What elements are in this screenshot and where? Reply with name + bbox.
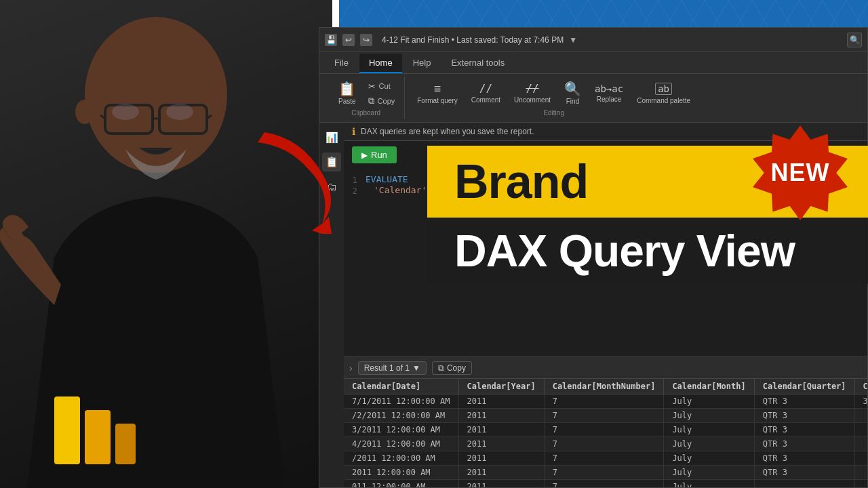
col-header-quarter: Calendar[Quarter] — [754, 379, 854, 394]
table-cell-6-2: 7 — [544, 480, 664, 488]
title-dropdown[interactable]: ▼ — [569, 35, 577, 45]
replace-label: Replace — [597, 96, 622, 103]
copy-results-icon: ⧉ — [438, 363, 444, 373]
tab-help[interactable]: Help — [403, 54, 441, 73]
table-cell-6-3: July — [664, 480, 754, 488]
table-row: 4/2011 12:00:00 AM20117JulyQTR 3 — [344, 437, 867, 451]
table-cell-2-1: 2011 — [458, 423, 544, 437]
uncomment-button[interactable]: // Uncomment — [509, 81, 556, 106]
result-selector[interactable]: Result 1 of 1 ▼ — [358, 361, 427, 375]
result-selector-label: Result 1 of 1 — [364, 363, 410, 373]
run-label: Run — [371, 150, 387, 160]
copy-icon: ⧉ — [368, 96, 374, 106]
table-cell-0-4: QTR 3 — [754, 394, 854, 409]
table-header-row: Calendar[Date] Calendar[Year] Calendar[M… — [344, 379, 867, 394]
command-palette-button[interactable]: ab Command palette — [631, 80, 696, 107]
format-query-button[interactable]: ≡ Format query — [412, 80, 462, 107]
table-cell-2-2: 7 — [544, 423, 664, 437]
format-query-icon: ≡ — [434, 83, 441, 95]
editing-label: Editing — [543, 109, 564, 117]
table-cell-3-2: 7 — [544, 437, 664, 451]
col-header-extra: Cale — [854, 379, 867, 394]
find-button[interactable]: 🔍 Find — [559, 79, 587, 108]
replace-button[interactable]: ab→ac Replace — [589, 81, 629, 106]
undo-icon[interactable]: ↩ — [342, 34, 355, 46]
clipboard-group: 📋 Paste ✂ Cut ⧉ Copy Clipboard — [328, 77, 405, 119]
dax-banner: DAX Query View — [427, 218, 868, 284]
results-copy-button[interactable]: ⧉ Copy — [432, 361, 472, 375]
table-cell-6-4 — [754, 480, 854, 488]
cut-label: Cut — [379, 82, 391, 90]
table-cell-4-2: 7 — [544, 451, 664, 466]
powerbi-logo — [37, 383, 139, 471]
dax-query-view-text: DAX Query View — [454, 226, 795, 276]
table-cell-1-3: July — [664, 409, 754, 423]
red-arrow — [251, 125, 346, 234]
paste-icon: 📋 — [338, 82, 355, 96]
table-cell-1-1: 2011 — [458, 409, 544, 423]
col-header-month: Calendar[Month] — [664, 379, 754, 394]
clipboard-buttons: 📋 Paste ✂ Cut ⧉ Copy — [333, 79, 399, 108]
results-collapse-icon[interactable]: › — [349, 363, 353, 373]
table-cell-6-5 — [854, 480, 867, 488]
table-cell-3-3: July — [664, 437, 754, 451]
title-bar: 💾 ↩ ↪ 4-12 Fit and Finish • Last saved: … — [319, 28, 867, 52]
table-cell-2-5 — [854, 423, 867, 437]
table-cell-0-3: July — [664, 394, 754, 409]
editing-group: ≡ Format query // Comment // Uncomment 🔍… — [406, 77, 701, 119]
table-row: 011 12:00:00 AM20117July — [344, 480, 867, 488]
info-text: DAX queries are kept when you save the r… — [361, 127, 534, 136]
paste-button[interactable]: 📋 Paste — [333, 79, 361, 108]
paste-label: Paste — [338, 98, 356, 105]
table-cell-6-1: 2011 — [458, 480, 544, 488]
table-cell-2-3: July — [664, 423, 754, 437]
search-icon[interactable]: 🔍 — [847, 33, 862, 47]
svg-rect-10 — [85, 410, 111, 464]
window-title: 4-12 Fit and Finish • Last saved: Today … — [382, 35, 564, 45]
table-cell-3-4: QTR 3 — [754, 437, 854, 451]
results-table-container[interactable]: Calendar[Date] Calendar[Year] Calendar[M… — [344, 379, 867, 487]
table-cell-6-0: 011 12:00:00 AM — [344, 480, 458, 488]
svg-point-6 — [112, 104, 139, 120]
redo-icon[interactable]: ↪ — [360, 34, 372, 46]
results-table: Calendar[Date] Calendar[Year] Calendar[M… — [344, 379, 867, 487]
table-cell-5-1: 2011 — [458, 466, 544, 480]
table-cell-1-0: /2/2011 12:00:00 AM — [344, 409, 458, 423]
table-cell-4-0: /2011 12:00:00 AM — [344, 451, 458, 466]
table-cell-3-1: 2011 — [458, 437, 544, 451]
table-cell-3-0: 4/2011 12:00:00 AM — [344, 437, 458, 451]
ribbon-tabs: File Home Help External tools — [319, 52, 867, 74]
table-cell-0-0: 7/1/2011 12:00:00 AM — [344, 394, 458, 409]
code-calendar: 'Calendar' — [374, 185, 427, 195]
run-button[interactable]: ▶ Run — [352, 146, 397, 163]
table-cell-5-5 — [854, 466, 867, 480]
table-row: 2011 12:00:00 AM20117JulyQTR 3 — [344, 466, 867, 480]
info-icon: ℹ — [352, 126, 355, 137]
tab-external-tools[interactable]: External tools — [441, 54, 514, 73]
table-cell-5-0: 2011 12:00:00 AM — [344, 466, 458, 480]
table-cell-1-4: QTR 3 — [754, 409, 854, 423]
svg-point-7 — [166, 104, 193, 120]
table-row: 3/2011 12:00:00 AM20117JulyQTR 3 — [344, 423, 867, 437]
cut-button[interactable]: ✂ Cut — [364, 80, 399, 93]
replace-icon: ab→ac — [595, 84, 623, 94]
info-bar: ℹ DAX queries are kept when you save the… — [344, 123, 867, 141]
svg-rect-11 — [115, 424, 136, 464]
table-cell-1-5 — [854, 409, 867, 423]
table-cell-1-2: 7 — [544, 409, 664, 423]
table-cell-5-2: 7 — [544, 466, 664, 480]
line-number-1: 1 — [344, 174, 357, 185]
copy-button[interactable]: ⧉ Copy — [364, 94, 399, 108]
tab-home[interactable]: Home — [359, 54, 402, 73]
table-cell-2-0: 3/2011 12:00:00 AM — [344, 423, 458, 437]
table-cell-4-4: QTR 3 — [754, 451, 854, 466]
yellow-banner: NEW Brand — [427, 146, 868, 218]
table-cell-5-3: July — [664, 466, 754, 480]
result-dropdown-icon: ▼ — [412, 363, 420, 373]
play-icon: ▶ — [361, 150, 368, 160]
table-cell-0-2: 7 — [544, 394, 664, 409]
col-header-year: Calendar[Year] — [458, 379, 544, 394]
comment-button[interactable]: // Comment — [466, 81, 506, 106]
brand-text: Brand — [454, 155, 588, 208]
copy-label: Copy — [378, 97, 395, 105]
